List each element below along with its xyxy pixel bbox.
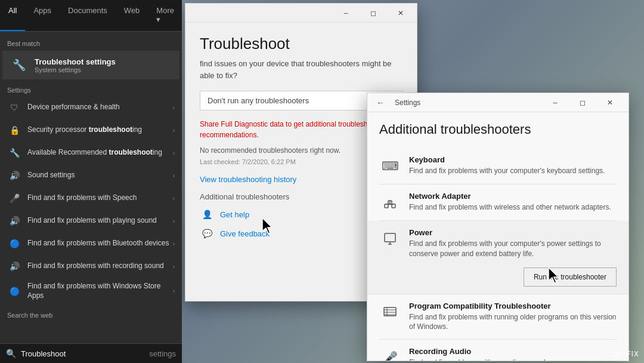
network-info: Network Adapter Find and fix problems wi… [409, 192, 617, 213]
tab-apps[interactable]: Apps [25, 0, 60, 31]
menu-item-available-text: Available Recommended troubleshooting [27, 148, 173, 158]
menu-item-bluetooth[interactable]: 🔵 Find and fix problems with Bluetooth d… [0, 232, 182, 255]
settings-label: Settings [0, 84, 182, 96]
maximize-button-2[interactable]: ◻ [569, 93, 596, 112]
power-icon [379, 228, 401, 250]
recording-icon: 🎤 [379, 347, 401, 361]
wrench-icon: 🔧 [7, 146, 21, 160]
menu-item-security-text: Security processor troubleshooting [27, 125, 173, 135]
chevron-right-icon-4: › [173, 173, 175, 179]
menu-item-recording-sound[interactable]: 🔊 Find and fix problems with recording s… [0, 255, 182, 278]
menu-item-speech-text: Find and fix problems with Speech [27, 193, 173, 203]
shield-icon: 🛡 [7, 100, 21, 115]
mic-icon: 🎤 [7, 191, 21, 205]
additional-titlebar: ← Settings – ◻ ✕ [367, 93, 628, 112]
menu-item-available-rec[interactable]: 🔧 Available Recommended troubleshooting … [0, 141, 182, 164]
maximize-button[interactable]: ◻ [360, 4, 387, 23]
compat-info: Program Compatibility Troubleshooter Fin… [409, 302, 617, 333]
get-help-text[interactable]: Get help [220, 210, 249, 219]
keyboard-icon: ⌨ [379, 155, 401, 177]
titlebar-nav: ← [372, 94, 389, 111]
back-button[interactable]: ← [372, 94, 389, 111]
svg-rect-7 [385, 233, 395, 242]
troubleshoot-title: Troubleshoot [200, 35, 402, 53]
search-web-label: Search the web [0, 308, 182, 321]
run-troubleshooter-button[interactable]: Run the troubleshooter [524, 267, 617, 287]
chevron-right-icon-9: › [173, 288, 175, 294]
search-results: Best match 🔧 Troubleshoot settings Syste… [0, 32, 182, 343]
troubleshooter-network: Network Adapter Find and fix problems wi… [379, 184, 617, 221]
menu-item-speech[interactable]: 🎤 Find and fix problems with Speech › [0, 187, 182, 210]
sound-icon: 🔊 [7, 168, 21, 183]
best-match-icon: 🔧 [10, 56, 29, 75]
search-tabs: All Apps Documents Web More ▾ [0, 0, 182, 32]
keyboard-name: Keyboard [409, 155, 617, 164]
chevron-right-icon: › [173, 104, 175, 111]
troubleshooter-keyboard: ⌨ Keyboard Find and fix problems with yo… [379, 148, 617, 184]
feedback-icon: 💬 [200, 226, 214, 241]
chevron-right-icon-8: › [173, 263, 175, 270]
troubleshooter-recording: 🎤 Recording Audio Find and fix problems … [379, 340, 617, 361]
recording-name: Recording Audio [409, 347, 617, 356]
close-button-2[interactable]: ✕ [596, 93, 624, 112]
chevron-right-icon-3: › [173, 150, 175, 156]
menu-item-playing-sound[interactable]: 🔊 Find and fix problems with playing sou… [0, 210, 182, 232]
watermark: UC FIX [612, 350, 639, 358]
minimize-button-2[interactable]: – [541, 93, 569, 112]
best-match-label: Best match [0, 36, 182, 50]
additional-troubleshooters-window: ← Settings – ◻ ✕ Additional troubleshoot… [367, 93, 629, 361]
minimize-button[interactable]: – [332, 4, 360, 23]
store-icon: 🔵 [7, 284, 21, 299]
close-button[interactable]: ✕ [387, 4, 414, 23]
chevron-right-icon-5: › [173, 195, 175, 202]
best-match-text: Troubleshoot settings System settings [35, 57, 116, 73]
start-menu: All Apps Documents Web More ▾ Best match… [0, 0, 182, 363]
compat-icon [379, 302, 401, 323]
network-name: Network Adapter [409, 192, 617, 201]
power-info: Power Find and fix problems with your co… [409, 228, 617, 287]
compat-desc: Find and fix problems with running older… [409, 312, 617, 333]
bluetooth-icon: 🔵 [7, 236, 21, 251]
search-bar[interactable]: 🔍 settings [0, 343, 182, 363]
additional-title: Additional troubleshooters [379, 122, 617, 137]
menu-item-device-perf[interactable]: 🛡 Device performance & health › [0, 96, 182, 119]
menu-item-sound[interactable]: 🔊 Sound settings › [0, 164, 182, 187]
lock-icon: 🔒 [7, 123, 21, 137]
tab-documents[interactable]: Documents [60, 0, 116, 31]
titlebar-label: Settings [395, 99, 541, 107]
settings-section: Settings 🛡 Device performance & health ›… [0, 81, 182, 308]
best-match-item[interactable]: 🔧 Troubleshoot settings System settings [2, 51, 179, 79]
sound-icon-3: 🔊 [7, 259, 21, 273]
chevron-right-icon-2: › [173, 127, 175, 134]
tab-all[interactable]: All [0, 0, 25, 31]
chevron-right-icon-6: › [173, 218, 175, 224]
menu-item-store-apps[interactable]: 🔵 Find and fix problems with Windows Sto… [0, 278, 182, 304]
best-match-title: Troubleshoot settings [35, 57, 116, 66]
compat-name: Program Compatibility Troubleshooter [409, 302, 617, 310]
network-icon [379, 192, 401, 213]
keyboard-desc: Find and fix problems with your computer… [409, 166, 617, 176]
menu-item-sound-text: Sound settings [27, 171, 173, 180]
help-icon: 👤 [200, 207, 214, 222]
search-suffix: settings [149, 349, 176, 358]
best-match-subtitle: System settings [35, 66, 116, 73]
menu-item-store-text: Find and fix problems with Windows Store… [27, 282, 173, 300]
network-desc: Find and fix problems with wireless and … [409, 202, 617, 213]
sound-icon-2: 🔊 [7, 214, 21, 228]
tab-web[interactable]: Web [116, 0, 148, 31]
power-name: Power [409, 228, 617, 237]
power-desc: Find and fix problems with your computer… [409, 239, 617, 259]
troubleshoot-titlebar: – ◻ ✕ [185, 4, 417, 23]
chevron-right-icon-7: › [173, 241, 175, 247]
troubleshooter-compat: Program Compatibility Troubleshooter Fin… [379, 294, 617, 340]
search-input[interactable] [21, 349, 149, 358]
tab-more[interactable]: More ▾ [148, 0, 182, 31]
dropdown-label: Don't run any troubleshooters [208, 96, 309, 105]
give-feedback-text[interactable]: Give feedback [220, 229, 270, 238]
menu-item-security-proc[interactable]: 🔒 Security processor troubleshooting › [0, 119, 182, 141]
troubleshoot-subtitle: find issues on your device that troubles… [200, 58, 402, 81]
titlebar-controls: – ◻ ✕ [541, 93, 624, 112]
menu-item-device-perf-text: Device performance & health [27, 103, 173, 112]
svg-rect-1 [385, 204, 388, 208]
keyboard-info: Keyboard Find and fix problems with your… [409, 155, 617, 176]
